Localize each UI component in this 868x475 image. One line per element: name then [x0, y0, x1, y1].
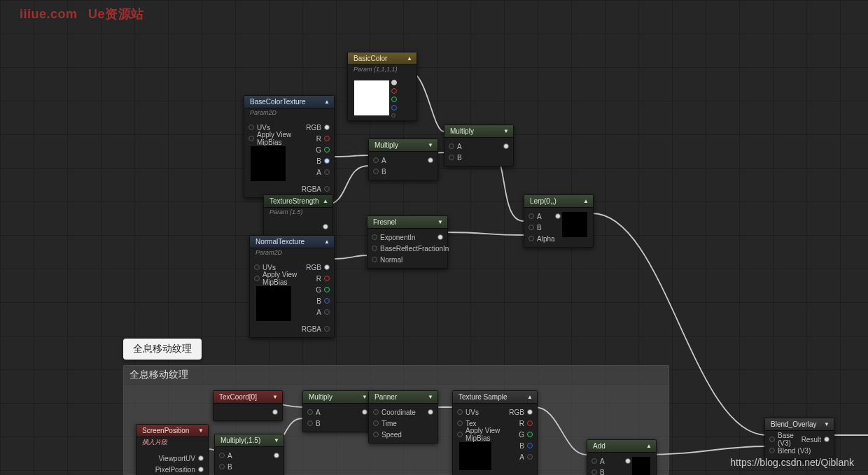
- chevron-down-icon[interactable]: ▼: [198, 427, 204, 434]
- chevron-up-icon[interactable]: ▲: [324, 99, 330, 105]
- input-pin[interactable]: [457, 432, 463, 437]
- input-pin[interactable]: [528, 236, 534, 241]
- output-pin[interactable]: [438, 234, 443, 240]
- output-pin[interactable]: [324, 125, 330, 130]
- output-pin-rgba[interactable]: [324, 186, 330, 192]
- input-pin[interactable]: [307, 409, 313, 415]
- chevron-down-icon[interactable]: ▼: [824, 421, 830, 427]
- node-screen-position[interactable]: ScreenPosition▼ 插入片段 ViewportUV PixelPos…: [136, 424, 209, 475]
- output-pin-g[interactable]: [324, 147, 330, 153]
- input-pin[interactable]: [528, 213, 534, 219]
- node-add[interactable]: Add▲ A B: [587, 439, 657, 475]
- node-header[interactable]: Multiply(,1.5)▼: [215, 434, 284, 447]
- output-pin-r[interactable]: [527, 420, 533, 426]
- node-texcoord[interactable]: TexCoord[0]▼: [213, 390, 283, 421]
- output-pin-g[interactable]: [527, 432, 533, 437]
- input-pin[interactable]: [254, 264, 260, 270]
- output-pin[interactable]: [198, 467, 204, 472]
- output-pin-r[interactable]: [324, 276, 330, 281]
- input-pin[interactable]: [248, 136, 254, 141]
- chevron-up-icon[interactable]: ▲: [646, 443, 652, 449]
- node-header[interactable]: ScreenPosition▼: [136, 425, 208, 437]
- output-pin-r[interactable]: [324, 136, 330, 141]
- input-pin[interactable]: [219, 464, 225, 469]
- node-header[interactable]: BasicColor ▲: [348, 52, 416, 65]
- input-pin[interactable]: [373, 432, 379, 437]
- node-header[interactable]: BaseColorTexture ▲: [244, 96, 334, 108]
- node-header[interactable]: Panner▼: [369, 391, 438, 404]
- output-pin[interactable]: [625, 458, 631, 464]
- node-header[interactable]: Texture Sample▲: [453, 391, 537, 404]
- output-pin[interactable]: [391, 80, 397, 85]
- input-pin[interactable]: [592, 458, 597, 464]
- node-texture-sample[interactable]: Texture Sample▲ UVsRGB TexR Apply View M…: [452, 390, 538, 475]
- input-pin[interactable]: [769, 448, 775, 453]
- input-pin[interactable]: [457, 420, 463, 426]
- node-header[interactable]: NormalTexcture ▲: [250, 236, 334, 248]
- chevron-up-icon[interactable]: ▲: [583, 198, 589, 204]
- input-pin[interactable]: [449, 143, 454, 149]
- output-pin-a[interactable]: [324, 309, 330, 315]
- node-multiply-3[interactable]: Multiply(,1.5)▼ A B: [214, 434, 284, 475]
- input-pin[interactable]: [372, 246, 377, 251]
- output-pin-b[interactable]: [527, 443, 533, 448]
- comment-bubble[interactable]: 全息移动纹理: [123, 339, 202, 360]
- node-panner[interactable]: Panner▼ Coordinate Time Speed: [368, 390, 438, 444]
- input-pin[interactable]: [254, 276, 260, 281]
- chevron-up-icon[interactable]: ▲: [323, 198, 328, 204]
- input-pin[interactable]: [449, 155, 454, 160]
- chevron-down-icon[interactable]: ▼: [438, 219, 443, 225]
- node-header[interactable]: TexCoord[0]▼: [214, 391, 282, 404]
- input-pin[interactable]: [592, 469, 597, 475]
- node-multiply-4[interactable]: Multiply▼ A B: [302, 390, 372, 432]
- chevron-down-icon[interactable]: ▼: [274, 437, 279, 444]
- chevron-down-icon[interactable]: ▼: [362, 394, 368, 400]
- output-pin[interactable]: [362, 409, 368, 415]
- input-pin[interactable]: [372, 234, 377, 240]
- output-pin-a[interactable]: [527, 454, 533, 460]
- node-header[interactable]: Fresnel▼: [368, 216, 447, 229]
- node-header[interactable]: Lerp(0,,)▲: [524, 195, 593, 208]
- node-header[interactable]: TextureStrength ▲: [264, 195, 332, 208]
- node-header[interactable]: Multiply▼: [444, 125, 513, 138]
- output-pin-a[interactable]: [324, 169, 330, 175]
- output-pin[interactable]: [428, 409, 433, 415]
- node-header[interactable]: Add▲: [587, 440, 656, 453]
- output-pin-r[interactable]: [391, 88, 397, 94]
- output-pin[interactable]: [555, 213, 561, 219]
- node-fresnel[interactable]: Fresnel▼ ExponentIn BaseReflectFractionI…: [367, 215, 448, 269]
- input-pin[interactable]: [373, 169, 379, 174]
- node-blend-overlay[interactable]: Blend_Overlay▼ Base (V3)Result Blend (V3…: [764, 418, 834, 460]
- node-normal-texture[interactable]: NormalTexcture ▲ Param2D UVsRGB Apply Vi…: [249, 235, 335, 338]
- output-pin[interactable]: [274, 453, 279, 458]
- input-pin[interactable]: [373, 409, 379, 415]
- output-pin-b[interactable]: [324, 158, 330, 164]
- input-pin[interactable]: [373, 420, 379, 426]
- output-pin-rgba[interactable]: [324, 326, 330, 332]
- node-header[interactable]: Blend_Overlay▼: [765, 418, 834, 431]
- output-pin[interactable]: [272, 409, 278, 415]
- input-pin[interactable]: [373, 157, 379, 163]
- output-pin-b[interactable]: [391, 105, 397, 111]
- output-pin[interactable]: [428, 157, 433, 163]
- output-pin-g[interactable]: [391, 97, 397, 102]
- chevron-up-icon[interactable]: ▲: [527, 394, 533, 400]
- output-pin[interactable]: [198, 455, 204, 461]
- output-pin-a[interactable]: [391, 113, 396, 118]
- node-header[interactable]: Multiply▼: [303, 391, 372, 404]
- chevron-down-icon[interactable]: ▼: [428, 394, 433, 400]
- chevron-down-icon[interactable]: ▼: [272, 394, 278, 400]
- input-pin[interactable]: [248, 125, 254, 130]
- chevron-down-icon[interactable]: ▼: [428, 142, 433, 148]
- output-pin[interactable]: [824, 437, 830, 442]
- node-basic-color[interactable]: BasicColor ▲ Param (1,1,1,1): [347, 52, 417, 121]
- input-pin[interactable]: [307, 420, 313, 426]
- output-pin-g[interactable]: [324, 287, 330, 292]
- input-pin[interactable]: [219, 453, 225, 458]
- output-pin[interactable]: [527, 409, 533, 415]
- input-pin[interactable]: [528, 225, 534, 230]
- node-lerp[interactable]: Lerp(0,,)▲ A B Alpha: [524, 194, 594, 248]
- output-pin-b[interactable]: [324, 298, 330, 304]
- chevron-up-icon[interactable]: ▲: [407, 55, 412, 62]
- node-header[interactable]: Multiply▼: [369, 139, 438, 152]
